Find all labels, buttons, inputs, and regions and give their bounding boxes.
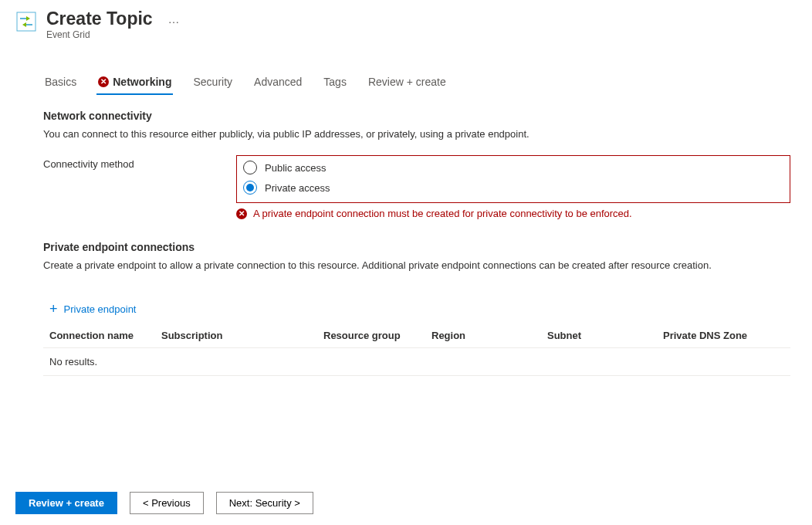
tab-bar: Basics Networking Security Advanced Tags…: [15, 71, 790, 94]
add-private-endpoint-button[interactable]: + Private endpoint: [49, 302, 136, 316]
wizard-footer: Review + create < Previous Next: Securit…: [15, 492, 313, 514]
tab-label: Advanced: [254, 76, 302, 88]
radio-public-access[interactable]: Public access: [243, 161, 783, 174]
connectivity-field: Connectivity method Public access Privat…: [43, 155, 790, 203]
table-header: Connection name Subscription Resource gr…: [43, 323, 790, 348]
svg-rect-0: [17, 12, 36, 31]
tab-label: Networking: [113, 76, 171, 88]
event-grid-icon: [15, 11, 37, 32]
validation-message: A private endpoint connection must be cr…: [236, 208, 790, 219]
tab-label: Security: [193, 76, 232, 88]
page-title: Create Topic: [46, 8, 153, 29]
connectivity-radio-group: Public access Private access: [236, 155, 790, 203]
tab-networking[interactable]: Networking: [96, 71, 173, 94]
network-description: You can connect to this resource either …: [43, 128, 790, 140]
next-button[interactable]: Next: Security >: [216, 492, 313, 514]
tab-tags[interactable]: Tags: [322, 71, 348, 94]
tab-label: Basics: [45, 76, 76, 88]
no-results-row: No results.: [43, 348, 790, 376]
radio-icon: [243, 161, 257, 174]
col-private-dns[interactable]: Private DNS Zone: [663, 330, 784, 341]
col-region[interactable]: Region: [431, 330, 547, 341]
page-header: Create Topic Event Grid …: [15, 8, 790, 40]
previous-button[interactable]: < Previous: [130, 492, 204, 514]
tab-advanced[interactable]: Advanced: [252, 71, 303, 94]
endpoints-description: Create a private endpoint to allow a pri…: [43, 259, 790, 271]
radio-icon: [243, 181, 257, 195]
error-icon: [236, 208, 247, 219]
col-subscription[interactable]: Subscription: [161, 330, 323, 341]
tab-review-create[interactable]: Review + create: [367, 71, 448, 94]
validation-text: A private endpoint connection must be cr…: [253, 208, 632, 219]
svg-marker-4: [22, 22, 26, 27]
review-create-button[interactable]: Review + create: [15, 492, 117, 514]
radio-label: Public access: [265, 162, 326, 174]
error-icon: [98, 76, 109, 87]
col-resource-group[interactable]: Resource group: [323, 330, 431, 341]
radio-private-access[interactable]: Private access: [243, 181, 783, 195]
plus-icon: +: [49, 302, 58, 316]
tab-security[interactable]: Security: [191, 71, 234, 94]
tab-label: Tags: [323, 76, 347, 88]
tab-basics[interactable]: Basics: [43, 71, 78, 94]
tab-label: Review + create: [368, 76, 446, 88]
add-endpoint-label: Private endpoint: [64, 303, 137, 315]
col-subnet[interactable]: Subnet: [547, 330, 663, 341]
network-section-title: Network connectivity: [43, 110, 790, 122]
endpoints-section-title: Private endpoint connections: [43, 241, 790, 253]
radio-label: Private access: [265, 182, 330, 194]
page-subtitle: Event Grid: [46, 29, 153, 40]
overflow-menu[interactable]: …: [168, 12, 181, 25]
svg-marker-2: [26, 16, 30, 21]
connectivity-label: Connectivity method: [43, 155, 221, 170]
endpoints-table: Connection name Subscription Resource gr…: [43, 323, 790, 376]
col-connection-name[interactable]: Connection name: [49, 330, 161, 341]
